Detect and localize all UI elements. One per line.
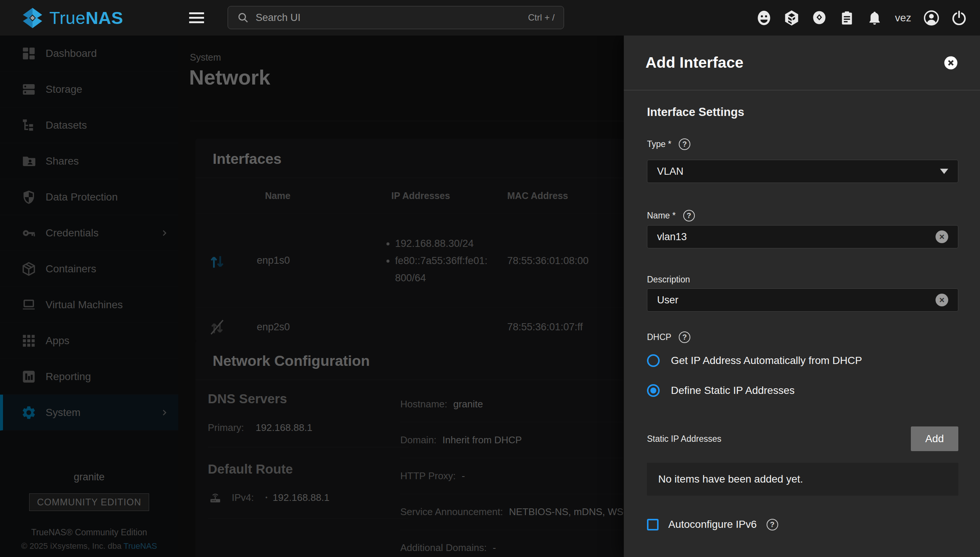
panel-title: Add Interface — [646, 54, 743, 72]
add-interface-panel: Add Interface Interface Settings Type * … — [624, 36, 980, 557]
jobs-clipboard-icon[interactable] — [839, 10, 855, 26]
ipv6-label: Autoconfigure IPv6 — [668, 518, 757, 531]
empty-list-box: No items have been added yet. — [647, 463, 958, 496]
clear-input-icon[interactable]: × — [936, 230, 948, 243]
truenas-logo[interactable]: TrueNAS — [21, 0, 123, 36]
description-input[interactable] — [657, 295, 936, 306]
close-icon[interactable] — [943, 55, 958, 70]
static-ip-label: Static IP Addresses — [647, 434, 721, 444]
name-label: Name * — [647, 211, 676, 221]
power-icon[interactable] — [951, 10, 967, 26]
panel-body: Interface Settings Type * ? VLAN Name * … — [624, 91, 980, 531]
ix-cloud-icon[interactable] — [811, 10, 827, 26]
description-label: Description — [647, 275, 690, 285]
checkbox-unchecked-icon[interactable] — [647, 519, 659, 531]
dhcp-label: DHCP — [647, 332, 671, 342]
help-icon[interactable]: ? — [683, 210, 695, 221]
radio-selected-icon[interactable] — [647, 384, 660, 397]
help-icon[interactable]: ? — [679, 138, 690, 150]
chevron-down-icon — [940, 169, 948, 174]
username-label: vez — [895, 12, 911, 24]
feedback-smiley-icon[interactable] — [756, 10, 772, 26]
menu-toggle-icon[interactable] — [189, 10, 204, 25]
truenas-logo-icon — [21, 7, 44, 29]
dhcp-label-row: DHCP ? — [647, 331, 958, 343]
radio-label: Get IP Address Automatically from DHCP — [671, 355, 862, 366]
top-bar: TrueNAS Ctrl + / — [0, 0, 980, 36]
truenas-logo-text: TrueNAS — [49, 8, 123, 28]
dhcp-radio-option[interactable]: Get IP Address Automatically from DHCP — [647, 354, 958, 367]
static-ip-row: Static IP Addresses Add — [647, 427, 958, 451]
empty-list-text: No items have been added yet. — [658, 473, 803, 485]
radio-unselected-icon[interactable] — [647, 354, 660, 367]
clear-input-icon[interactable]: × — [936, 294, 948, 306]
topbar-actions: vez — [756, 0, 967, 36]
type-select[interactable]: VLAN — [647, 160, 958, 183]
radio-label: Define Static IP Addresses — [671, 384, 795, 397]
type-label: Type * — [647, 139, 671, 149]
description-label-row: Description — [647, 275, 958, 285]
modal-backdrop[interactable] — [0, 36, 624, 557]
search-shortcut-hint: Ctrl + / — [528, 12, 555, 23]
type-label-row: Type * ? — [647, 138, 958, 150]
global-search[interactable]: Ctrl + / — [228, 6, 564, 29]
name-label-row: Name * ? — [647, 210, 958, 221]
description-field: × — [647, 288, 958, 312]
static-ip-radio-option[interactable]: Define Static IP Addresses — [647, 384, 958, 397]
help-icon[interactable]: ? — [767, 519, 778, 531]
ipv6-checkbox-row[interactable]: Autoconfigure IPv6 ? — [647, 518, 958, 531]
user-avatar-icon[interactable] — [923, 10, 939, 26]
truenas-app: TrueNAS Ctrl + / — [0, 0, 980, 557]
alerts-bell-icon[interactable] — [866, 10, 883, 26]
name-field: × — [647, 225, 958, 248]
add-button[interactable]: Add — [911, 427, 958, 451]
truecommand-icon[interactable] — [784, 10, 800, 26]
search-input[interactable] — [256, 12, 521, 24]
help-icon[interactable]: ? — [679, 331, 690, 343]
name-input[interactable] — [657, 231, 936, 243]
search-icon — [237, 11, 249, 24]
panel-header: Add Interface — [624, 36, 980, 91]
type-select-value: VLAN — [657, 166, 940, 177]
interface-settings-heading: Interface Settings — [647, 106, 958, 119]
